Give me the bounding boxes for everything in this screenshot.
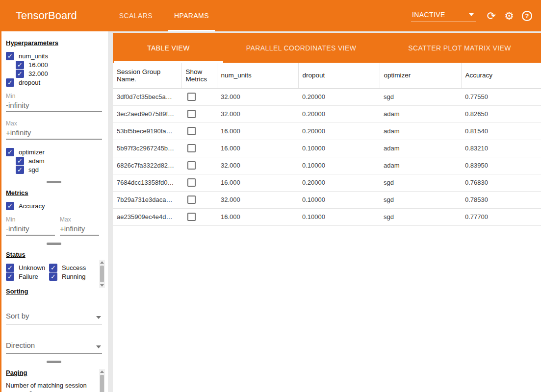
hparam-num-units[interactable]: num_units bbox=[6, 51, 102, 60]
optimizer-value-adam[interactable]: adam bbox=[16, 156, 102, 165]
show-metrics-checkbox[interactable] bbox=[187, 127, 196, 135]
sort-by-select[interactable]: Sort by bbox=[6, 312, 102, 324]
cell-num-units: 32.000 bbox=[217, 105, 298, 122]
sidebar: Hyperparameters num_units 16.000 32.000 … bbox=[0, 31, 108, 392]
status-running[interactable]: Running bbox=[49, 272, 98, 281]
optimizer-value-sgd[interactable]: sgd bbox=[16, 165, 102, 174]
pane-resize-handle[interactable] bbox=[47, 243, 61, 245]
dropout-checkbox[interactable] bbox=[6, 78, 14, 87]
col-optimizer[interactable]: optimizer bbox=[380, 63, 461, 88]
tab-hparams[interactable]: HPARAMS bbox=[163, 0, 220, 31]
main-content: TABLE VIEW PARALLEL COORDINATES VIEW SCA… bbox=[113, 33, 541, 392]
session-group-name: 6826c7fa3322d82… bbox=[113, 157, 181, 174]
cell-dropout: 0.10000 bbox=[298, 157, 380, 174]
tab-parallel-coordinates-view[interactable]: PARALLEL COORDINATES VIEW bbox=[224, 33, 378, 63]
scroll-up-icon[interactable] bbox=[100, 370, 104, 373]
sorting-title: Sorting bbox=[6, 288, 102, 295]
gear-icon[interactable]: ⚙ bbox=[500, 7, 518, 24]
cell-num-units: 16.000 bbox=[217, 208, 298, 225]
show-metrics-checkbox[interactable] bbox=[187, 110, 196, 118]
cell-num-units: 16.000 bbox=[217, 140, 298, 157]
table-row: 53bf5bece9190fa… 16.000 0.20000 adam 0.8… bbox=[113, 122, 541, 140]
metrics-pane: Metrics Accuracy Min -infinity Max +infi… bbox=[0, 189, 108, 236]
hyperparameters-pane: Hyperparameters num_units 16.000 32.000 … bbox=[0, 39, 108, 174]
dropout-max-field[interactable]: Max +infinity bbox=[6, 120, 102, 140]
status-scrollbar[interactable] bbox=[99, 260, 105, 288]
pane-resize-handle[interactable] bbox=[47, 181, 61, 183]
dropout-min-input[interactable]: -infinity bbox=[6, 101, 102, 112]
metric-accuracy[interactable]: Accuracy bbox=[6, 201, 102, 210]
col-accuracy[interactable]: Accuracy bbox=[461, 63, 541, 88]
cell-dropout: 0.10000 bbox=[298, 191, 380, 208]
show-metrics-checkbox[interactable] bbox=[187, 161, 196, 170]
failure-checkbox[interactable] bbox=[6, 272, 14, 281]
num-units-value-16[interactable]: 16.000 bbox=[16, 60, 102, 69]
table-row: 3ec2aed9e07589f… 32.000 0.20000 adam 0.8… bbox=[113, 105, 541, 122]
metric-min-field[interactable]: Min -infinity bbox=[6, 216, 55, 236]
table-row: 6826c7fa3322d82… 32.000 0.10000 adam 0.8… bbox=[113, 157, 541, 174]
dashboard-tabs: SCALARS HPARAMS bbox=[108, 0, 220, 31]
accuracy-checkbox[interactable] bbox=[6, 202, 14, 210]
sgd-checkbox[interactable] bbox=[16, 166, 24, 174]
cell-dropout: 0.10000 bbox=[298, 208, 380, 225]
col-num-units[interactable]: num_units bbox=[217, 63, 298, 88]
num-units-checkbox[interactable] bbox=[6, 52, 14, 60]
view-tabs: TABLE VIEW PARALLEL COORDINATES VIEW SCA… bbox=[113, 33, 541, 63]
show-metrics-checkbox[interactable] bbox=[187, 196, 196, 204]
session-group-name: 5b97f3c2967245b… bbox=[113, 140, 181, 157]
metric-min-input[interactable]: -infinity bbox=[6, 224, 55, 236]
scroll-down-icon[interactable] bbox=[100, 284, 104, 287]
running-checkbox[interactable] bbox=[49, 272, 57, 281]
hparam-optimizer[interactable]: optimizer bbox=[6, 147, 102, 156]
table-row: ae235909ec4e4d… 16.000 0.10000 sgd 0.777… bbox=[113, 208, 541, 225]
cell-optimizer: sgd bbox=[380, 191, 461, 208]
table-header-row: Session Group Name. Show Metrics num_uni… bbox=[113, 63, 541, 88]
metric-max-field[interactable]: Max +infinity bbox=[60, 216, 99, 236]
show-metrics-checkbox[interactable] bbox=[187, 144, 196, 152]
help-icon[interactable]: ? bbox=[522, 11, 532, 21]
col-session-group-name[interactable]: Session Group Name. bbox=[113, 63, 181, 88]
dropout-min-field[interactable]: Min -infinity bbox=[6, 93, 102, 112]
num-units-value-32[interactable]: 32.000 bbox=[16, 69, 102, 78]
app-header: TensorBoard SCALARS HPARAMS INACTIVE ⟳ ⚙… bbox=[0, 0, 541, 31]
scroll-up-icon[interactable] bbox=[100, 261, 104, 264]
show-metrics-checkbox[interactable] bbox=[187, 178, 196, 187]
sorting-pane: Sorting Sort by Direction bbox=[0, 288, 108, 354]
success-checkbox[interactable] bbox=[49, 264, 57, 272]
session-group-name: 53bf5bece9190fa… bbox=[113, 122, 181, 140]
value-16-checkbox[interactable] bbox=[16, 61, 24, 69]
cell-optimizer: adam bbox=[380, 105, 461, 122]
session-group-name: 3ec2aed9e07589f… bbox=[113, 105, 181, 122]
status-success[interactable]: Success bbox=[49, 263, 98, 272]
tab-scatter-plot-matrix-view[interactable]: SCATTER PLOT MATRIX VIEW bbox=[378, 33, 541, 63]
value-32-checkbox[interactable] bbox=[16, 70, 24, 78]
pane-resize-handle[interactable] bbox=[47, 361, 61, 363]
unknown-checkbox[interactable] bbox=[6, 264, 14, 272]
tab-scalars[interactable]: SCALARS bbox=[108, 0, 163, 31]
cell-num-units: 16.000 bbox=[217, 174, 298, 191]
status-unknown[interactable]: Unknown bbox=[6, 263, 49, 272]
optimizer-checkbox[interactable] bbox=[6, 148, 14, 156]
scrollbar-thumb[interactable] bbox=[100, 375, 104, 392]
table-row: 7684dcc13358fd0… 16.000 0.20000 sgd 0.76… bbox=[113, 174, 541, 191]
cell-num-units: 32.000 bbox=[217, 191, 298, 208]
refresh-icon[interactable]: ⟳ bbox=[483, 7, 500, 24]
dropout-max-input[interactable]: +infinity bbox=[6, 128, 102, 140]
show-metrics-checkbox[interactable] bbox=[187, 93, 196, 101]
paging-scrollbar[interactable] bbox=[99, 369, 105, 392]
hparam-dropout[interactable]: dropout bbox=[6, 78, 102, 87]
session-group-name: 7684dcc13358fd0… bbox=[113, 174, 181, 191]
col-show-metrics[interactable]: Show Metrics bbox=[181, 63, 217, 88]
cell-accuracy: 0.82650 bbox=[461, 105, 541, 122]
col-dropout[interactable]: dropout bbox=[298, 63, 380, 88]
direction-select[interactable]: Direction bbox=[6, 341, 102, 354]
tab-table-view[interactable]: TABLE VIEW bbox=[113, 33, 224, 63]
scrollbar-thumb[interactable] bbox=[100, 266, 104, 282]
status-failure[interactable]: Failure bbox=[6, 272, 49, 281]
show-metrics-checkbox[interactable] bbox=[187, 213, 196, 221]
metric-max-input[interactable]: +infinity bbox=[60, 224, 99, 236]
cell-accuracy: 0.83210 bbox=[461, 140, 541, 157]
cell-optimizer: adam bbox=[380, 157, 461, 174]
run-status-select[interactable]: INACTIVE bbox=[411, 10, 476, 22]
adam-checkbox[interactable] bbox=[16, 157, 24, 165]
